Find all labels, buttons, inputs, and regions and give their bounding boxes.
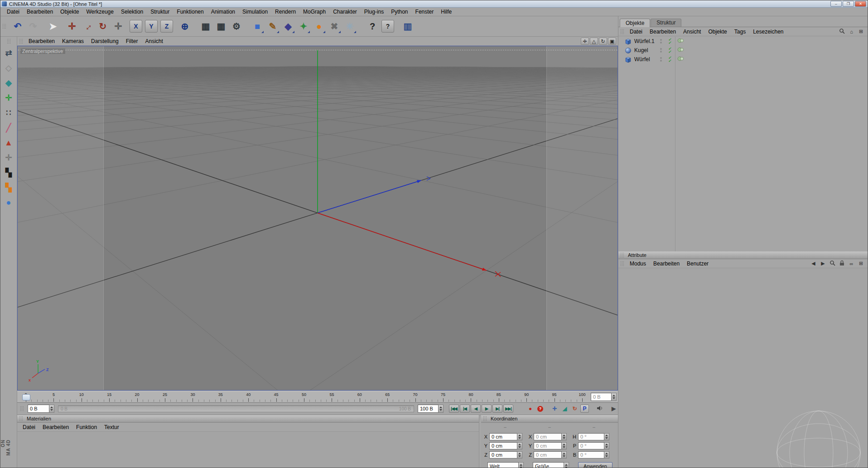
visibility-dots[interactable]	[660, 48, 662, 53]
enabled-check[interactable]: ✓✓	[668, 56, 671, 63]
object-mode-button[interactable]: ◆	[2, 76, 15, 90]
attributes-menu-item[interactable]: Benutzer	[683, 261, 712, 267]
visibility-dots[interactable]	[660, 39, 662, 43]
preview-range-slider[interactable]: 0 B 100 B	[58, 405, 414, 412]
add-cube-button[interactable]: ■	[250, 18, 265, 34]
position-z-input[interactable]: 0 cm	[489, 451, 517, 458]
new-panel-icon[interactable]: ⊞	[857, 260, 865, 267]
panel-drag-handle[interactable]	[620, 252, 624, 258]
forward-icon[interactable]: ▶	[819, 260, 827, 267]
search-icon[interactable]	[829, 260, 836, 267]
menu-item[interactable]: Funktionen	[173, 9, 207, 15]
size-mode-select[interactable]: Größe	[533, 462, 569, 468]
redo-button[interactable]: ↷	[25, 18, 41, 34]
menu-item[interactable]: Python	[387, 9, 411, 15]
minimize-button[interactable]: –	[830, 1, 842, 7]
menu-item[interactable]: Selektion	[117, 9, 147, 15]
back-icon[interactable]: ◀	[810, 260, 817, 267]
render-picture-viewer-button[interactable]: ▦	[213, 18, 229, 34]
edges-mode-button[interactable]: ╱	[2, 121, 15, 135]
title-bar[interactable]: CINEMA 4D Studio (32 Bit) - [Ohne Titel …	[0, 0, 868, 8]
object-menu-item[interactable]: Lesezeichen	[749, 29, 787, 35]
close-button[interactable]: ✕	[855, 1, 866, 7]
tab-objekte[interactable]: Objekte	[620, 19, 650, 27]
lock-y-axis-button[interactable]: Y	[145, 20, 158, 33]
lock-x-axis-button[interactable]: X	[130, 20, 142, 33]
menu-item[interactable]: Werkzeuge	[82, 9, 117, 15]
rotate-tool[interactable]: ↻	[95, 18, 111, 34]
panel-drag-handle[interactable]	[620, 261, 624, 266]
panel-drag-handle[interactable]	[19, 416, 23, 421]
range-end-input[interactable]: 100 B	[418, 405, 439, 413]
viewport-menu-item[interactable]: Bearbeiten	[25, 38, 58, 44]
panel-drag-handle[interactable]	[19, 39, 23, 44]
keyframe-scale-icon[interactable]: ◢	[560, 405, 569, 413]
add-spline-button[interactable]: ✎	[265, 18, 280, 34]
model-mode-button[interactable]: ◇	[2, 61, 15, 75]
undo-button[interactable]: ↶	[10, 18, 25, 34]
add-mograph-button[interactable]: ✦	[296, 18, 311, 34]
goto-end-button[interactable]: ▶▶|	[503, 405, 513, 413]
viewport-solo-button[interactable]: ●	[2, 196, 15, 209]
autokey-icon[interactable]: ?	[536, 405, 545, 413]
current-frame-knob[interactable]	[22, 394, 30, 400]
keyframe-rotation-icon[interactable]: ↻	[570, 405, 579, 413]
rotation-h-input[interactable]: 0 °	[578, 433, 604, 440]
points-mode-button[interactable]: ∷	[2, 106, 15, 120]
stepper[interactable]	[562, 451, 567, 458]
rotation-p-input[interactable]: 0 °	[578, 442, 604, 449]
home-icon[interactable]: ⌂	[848, 28, 855, 35]
viewport[interactable]: YZx Zentralperspektive	[17, 46, 618, 391]
object-row[interactable]: Würfel✓✓	[618, 55, 868, 64]
pan-view-icon[interactable]: ✛	[581, 38, 589, 45]
rotation-b-input[interactable]: 0 °	[578, 451, 604, 458]
position-x-input[interactable]: 0 cm	[489, 433, 517, 440]
object-row[interactable]: Würfel.1✓✓	[618, 37, 868, 46]
menu-item[interactable]: MoGraph	[299, 9, 329, 15]
texture-mode-button[interactable]: ▚	[2, 166, 15, 179]
stepper[interactable]	[517, 451, 522, 458]
size-y-input[interactable]: 0 cm	[534, 442, 562, 449]
last-used-tool[interactable]: ✛	[111, 18, 126, 34]
enable-axis-button[interactable]: ✛	[2, 151, 15, 164]
visibility-dots[interactable]	[660, 57, 662, 62]
rotate-view-icon[interactable]: ↻	[599, 38, 607, 45]
stepper[interactable]	[562, 442, 567, 449]
panel-drag-handle[interactable]	[20, 406, 24, 411]
previous-key-button[interactable]: |◀	[460, 405, 470, 413]
axis-mode-button[interactable]: ✛	[2, 91, 15, 105]
menu-item[interactable]: Animation	[207, 9, 239, 15]
toolbar-drag-handle[interactable]	[7, 39, 10, 44]
viewport-menu-item[interactable]: Kameras	[58, 38, 87, 44]
viewport-menu-item[interactable]: Darstellung	[87, 38, 122, 44]
context-help-button[interactable]: ?	[381, 20, 394, 33]
attributes-menu-item[interactable]: Bearbeiten	[650, 261, 683, 267]
world-system-select[interactable]: Welt	[487, 462, 524, 468]
add-simulation-button[interactable]: ✖	[327, 18, 342, 34]
link-icon[interactable]: ∞	[848, 260, 855, 267]
viewport-menu-item[interactable]: Filter	[122, 38, 142, 44]
object-row[interactable]: Kugel✓✓	[618, 46, 868, 55]
stepper[interactable]	[604, 442, 609, 449]
timeline-ruler[interactable]: 0510152025303540455055606570758085909510…	[20, 391, 588, 402]
sound-icon[interactable]	[596, 405, 604, 413]
maximize-button[interactable]: ❐	[843, 1, 854, 7]
materials-menu-item[interactable]: Funktion	[72, 424, 101, 430]
menu-item[interactable]: Fenster	[412, 9, 438, 15]
stepper[interactable]	[517, 433, 522, 440]
panel-drag-handle[interactable]	[620, 29, 624, 34]
position-y-input[interactable]: 0 cm	[489, 442, 517, 449]
size-z-input[interactable]: 0 cm	[534, 451, 562, 458]
menu-item[interactable]: Bearbeiten	[23, 9, 57, 15]
object-tree[interactable]: Würfel.1✓✓Kugel✓✓Würfel✓✓	[618, 37, 868, 251]
toggle-view-icon[interactable]: ▣	[608, 38, 616, 45]
keyframe-position-icon[interactable]: ✛	[550, 405, 559, 413]
render-settings-button[interactable]: ⚙	[229, 18, 244, 34]
expand-icon[interactable]: ▶	[609, 405, 618, 413]
polygons-mode-button[interactable]: ▲	[2, 136, 15, 150]
pla-button[interactable]: P	[580, 405, 589, 413]
tab-struktur[interactable]: Struktur	[651, 19, 681, 27]
stepper[interactable]	[604, 433, 609, 440]
make-editable-button[interactable]: ⇄	[2, 46, 15, 60]
phong-tag-icon[interactable]	[677, 47, 684, 54]
